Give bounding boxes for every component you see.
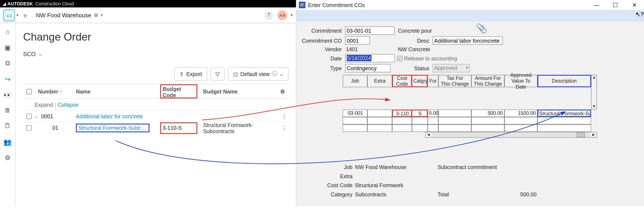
dialog-title: Enter Commitment COs	[308, 2, 365, 8]
app-icon-btn[interactable]: ▭	[3, 10, 15, 21]
project-name[interactable]: NW Food Warehouse	[36, 12, 92, 18]
table-settings-icon[interactable]: ⚙	[277, 88, 288, 95]
group-name[interactable]: Additional labor for concrete	[76, 113, 158, 120]
row-checkbox[interactable]	[26, 125, 32, 131]
page-title: Change Order	[23, 31, 288, 43]
desc-input[interactable]	[432, 36, 503, 45]
expand-button[interactable]: Expand	[35, 102, 53, 108]
commitment-desc: Concrete pour	[397, 28, 515, 34]
col-approved[interactable]: Approved Value To Date	[504, 75, 538, 87]
col-budget-name[interactable]: Budget Name	[199, 88, 277, 95]
maximize-button[interactable]: ☐	[606, 0, 625, 10]
sco-label: SCO	[23, 51, 36, 57]
sum-subcontract-label: Subcontract commitment	[438, 164, 504, 170]
col-cost-code[interactable]: Cost Code	[392, 75, 412, 87]
vendor-value: 1401	[345, 46, 394, 53]
grid-data-row[interactable]: 03-001 3-110 S 0.00 500.00 1500.00 Struc…	[343, 109, 639, 117]
chevron-down-icon[interactable]: ▾	[16, 13, 18, 17]
cell-for[interactable]: 0.00	[428, 109, 438, 117]
release-checkbox-row[interactable]: ✓ Release to accounting	[397, 55, 515, 62]
nav-export-icon[interactable]: ↪	[3, 75, 12, 84]
nav-screen-icon[interactable]: ⧉	[3, 59, 12, 68]
nav-people-icon[interactable]: 👥	[3, 137, 12, 146]
cell-tax[interactable]	[438, 109, 472, 117]
export-button[interactable]: ⇪ Export	[174, 67, 207, 81]
row-menu-icon[interactable]: ⋮	[280, 125, 288, 131]
nav-settings-icon[interactable]: ⚙	[3, 153, 12, 162]
info-icon: ⓘ	[272, 70, 277, 78]
col-budget-code[interactable]: Budget Code	[160, 84, 197, 98]
vertical-scrollbar[interactable]: ▲ ▼	[591, 75, 597, 110]
col-for[interactable]: For	[428, 75, 438, 87]
cell-extra[interactable]	[368, 109, 392, 117]
col-category[interactable]: Catgry	[412, 75, 428, 87]
default-view-label: Default view	[240, 71, 270, 77]
item-row[interactable]: 01 Structural Formwork-Subcontr... 3-110…	[23, 122, 288, 133]
summary-area: Job NW Food Warehouse Subcontract commit…	[322, 162, 639, 199]
col-name[interactable]: Name	[76, 88, 158, 95]
autodesk-logo-icon: ◢	[2, 1, 6, 7]
attachment-icon[interactable]: 📎	[476, 23, 487, 34]
layers-icon[interactable]: ◈	[20, 10, 31, 21]
date-label: Date	[301, 55, 343, 62]
sum-cc-label: Cost Code	[322, 182, 355, 188]
co-input[interactable]	[345, 36, 370, 45]
line-items-grid: Job Extra Cost Code Catgry For Tax For T…	[343, 75, 639, 138]
col-number[interactable]: Number	[38, 88, 58, 95]
nav-clipboard-icon[interactable]: 🗒	[3, 121, 12, 131]
grid-empty-row[interactable]	[343, 117, 639, 124]
col-extra[interactable]: Extra	[368, 75, 392, 87]
user-avatar[interactable]: AA	[278, 10, 287, 20]
vendor-label: Vendor	[301, 46, 343, 53]
col-tax[interactable]: Tax For This Change	[438, 75, 472, 87]
help-cursor-icon[interactable]: ↖?	[636, 11, 644, 17]
nav-binoculars-icon[interactable]: 👀	[3, 90, 12, 99]
sco-selector[interactable]: SCO ⌄	[23, 51, 288, 57]
default-view-button[interactable]: ◻ Default view ⓘ ⌄	[228, 67, 288, 81]
cell-description[interactable]: Structural Formwork-Subc	[538, 109, 591, 117]
globe-icon[interactable]: ⊕	[94, 12, 98, 18]
row-menu-icon[interactable]: ⋮	[280, 113, 288, 120]
filter-icon: ▽	[216, 71, 220, 77]
sum-job-label: Job	[322, 164, 355, 170]
row-checkbox[interactable]	[26, 114, 32, 119]
group-row[interactable]: ⌄0001 Additional labor for concrete ⋮	[23, 110, 288, 122]
cell-category[interactable]: S	[412, 109, 428, 117]
col-amount[interactable]: Amount For This Change	[472, 75, 504, 87]
release-label: Release to accounting	[404, 55, 457, 62]
type-input[interactable]	[345, 64, 390, 72]
filter-button[interactable]: ▽	[210, 67, 224, 81]
col-job[interactable]: Job	[343, 75, 368, 87]
app-bar: ▭ ▾ ◈ NW Food Warehouse ⊕ ▾ ? AA ▾	[0, 8, 296, 23]
status-select[interactable]: Approved	[432, 64, 470, 72]
nav-camera-icon[interactable]: ▣	[3, 43, 12, 52]
close-button[interactable]: ✕	[625, 0, 644, 10]
minimize-button[interactable]: —	[587, 0, 606, 10]
status-label: Status	[397, 65, 430, 71]
avatar-dropdown-arrow[interactable]: ▾	[291, 13, 293, 17]
cell-cost-code[interactable]: 3-110	[392, 109, 412, 117]
type-label: Type	[301, 65, 343, 71]
select-all-checkbox[interactable]	[26, 89, 32, 94]
sort-asc-icon[interactable]: ↑	[60, 89, 62, 94]
sum-cat-val: Subcontracts	[355, 191, 438, 197]
cell-amount[interactable]: 500.00	[472, 109, 504, 117]
project-dropdown-arrow[interactable]: ▾	[101, 13, 103, 17]
export-icon: ⇪	[180, 71, 184, 77]
sum-total-label: Total	[438, 191, 504, 197]
grid-empty-row[interactable]	[343, 124, 639, 132]
item-name[interactable]: Structural Formwork-Subcontr...	[76, 124, 150, 132]
commitment-input[interactable]	[345, 27, 394, 35]
horizontal-scrollbar[interactable]: ◄ ►	[425, 132, 597, 138]
chevron-down-icon[interactable]: ⌄	[35, 114, 38, 119]
cell-approved[interactable]: 1500.00	[504, 109, 538, 117]
nav-document-icon[interactable]: 🗎	[3, 106, 12, 115]
help-button[interactable]: ?	[264, 11, 274, 20]
checkbox-icon: ✓	[397, 56, 402, 61]
product: Construction Cloud	[36, 1, 74, 6]
date-input[interactable]: 5/16/2024	[345, 54, 394, 63]
col-description[interactable]: Description	[538, 75, 591, 87]
cell-job[interactable]: 03-001	[343, 109, 368, 117]
nav-home-icon[interactable]: ⌂	[3, 27, 12, 37]
collapse-button[interactable]: Collapse	[58, 102, 78, 108]
